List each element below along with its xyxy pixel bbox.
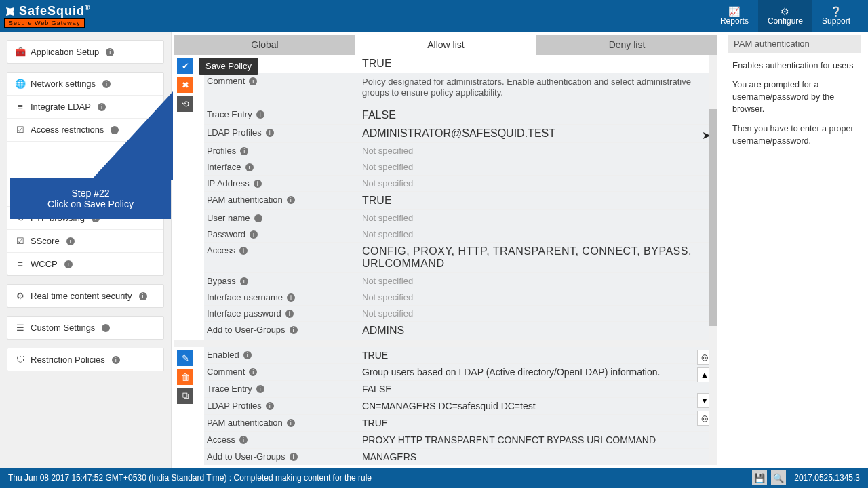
info-icon: i bbox=[102, 80, 111, 88]
info-icon[interactable]: i bbox=[266, 129, 274, 137]
comment-label: Comment bbox=[207, 76, 245, 86]
interface-value[interactable]: Not specified bbox=[357, 159, 717, 175]
search-icon[interactable]: 🔍 bbox=[771, 470, 786, 485]
password-value[interactable]: Not specified bbox=[357, 226, 717, 242]
policy2-actions: ✎ 🗑 ⧉ bbox=[177, 350, 193, 404]
username-value[interactable]: Not specified bbox=[357, 210, 717, 226]
revert-policy-button[interactable]: ⟲ bbox=[177, 96, 193, 112]
bypass-label: Bypass bbox=[207, 276, 236, 286]
info-icon[interactable]: i bbox=[239, 436, 248, 444]
info-icon[interactable]: i bbox=[239, 247, 248, 255]
save-policy-button[interactable]: ✔ bbox=[177, 58, 193, 74]
info-icon[interactable]: i bbox=[256, 110, 264, 119]
globe-icon: 🌐 bbox=[16, 79, 25, 89]
sidebar-item-sscore[interactable]: ☑SScorei bbox=[7, 230, 163, 253]
scrollbar-thumb[interactable] bbox=[709, 109, 717, 326]
top-nav: 📈 Reports ⚙ Configure ❔ Support bbox=[711, 0, 860, 32]
sidebar-item-custom[interactable]: ☰Custom Settingsi bbox=[7, 317, 163, 339]
access-label: Access bbox=[207, 245, 235, 256]
access-value[interactable]: CONFIG, PROXY, HTTP, TRANSPARENT, CONNEC… bbox=[357, 243, 717, 272]
delete-policy-button[interactable]: 🗑 bbox=[177, 369, 193, 385]
topbar: SafeSquid® Secure Web Gateway 📈 Reports … bbox=[0, 0, 868, 32]
add-groups-value[interactable]: ADMINS bbox=[357, 322, 717, 340]
info-icon[interactable]: i bbox=[249, 368, 257, 376]
tab-global[interactable]: Global bbox=[174, 35, 355, 55]
access-label: Access bbox=[207, 434, 235, 445]
comment-label: Comment bbox=[207, 367, 245, 377]
clone-policy-button[interactable]: ⧉ bbox=[177, 388, 193, 404]
status-bar: Thu Jun 08 2017 15:47:52 GMT+0530 (India… bbox=[0, 468, 868, 488]
main-area: 🧰 Application Setup i 🌐Network settingsi… bbox=[0, 32, 868, 468]
info-icon[interactable]: i bbox=[256, 385, 264, 393]
logo-icon bbox=[4, 5, 16, 18]
info-icon[interactable]: i bbox=[290, 326, 298, 334]
policy-scroll[interactable]: ✔ ✖ ⟲ Save Policy TRUE CommentiPolicy de… bbox=[174, 55, 717, 465]
info-icon[interactable]: i bbox=[254, 214, 262, 222]
info-icon[interactable]: i bbox=[266, 402, 274, 410]
enabled-value[interactable]: TRUE bbox=[357, 55, 717, 73]
info-icon: i bbox=[139, 292, 147, 300]
info-icon: i bbox=[112, 356, 120, 364]
ldap-profiles-label: LDAP Profiles bbox=[207, 127, 262, 138]
info-icon[interactable]: i bbox=[287, 196, 295, 204]
nav-reports[interactable]: 📈 Reports bbox=[711, 0, 758, 32]
info-icon[interactable]: i bbox=[250, 230, 258, 239]
trace-label: Trace Entry bbox=[207, 109, 252, 119]
profiles-value[interactable]: Not specified bbox=[357, 143, 717, 159]
pam-label: PAM authentication bbox=[207, 418, 283, 428]
info-icon[interactable]: i bbox=[290, 453, 298, 461]
info-icon: i bbox=[66, 237, 75, 245]
info-icon[interactable]: i bbox=[287, 419, 295, 427]
info-icon: i bbox=[64, 260, 73, 268]
bypass-value[interactable]: Not specified bbox=[357, 273, 717, 289]
enabled-label: Enabled bbox=[207, 350, 239, 360]
help-icon: ❔ bbox=[830, 7, 842, 16]
ip-value[interactable]: Not specified bbox=[357, 176, 717, 191]
sidebar-item-realtime[interactable]: ⚙Real time content securityi bbox=[7, 285, 163, 307]
tutorial-callout: Step #22 Click on Save Policy bbox=[10, 178, 171, 219]
edit-policy-button[interactable]: ✎ bbox=[177, 350, 193, 366]
iface-user-value[interactable]: Not specified bbox=[357, 289, 717, 305]
status-text: Thu Jun 08 2017 15:47:52 GMT+0530 (India… bbox=[8, 473, 372, 483]
callout-text: Click on Save Policy bbox=[47, 199, 134, 209]
add-groups-label: Add to User-Groups bbox=[207, 451, 285, 462]
p2-ldap: CN=MANAGERS DC=safesquid DC=test bbox=[357, 398, 717, 414]
save-icon[interactable]: 💾 bbox=[752, 470, 767, 485]
info-icon[interactable]: i bbox=[245, 163, 254, 171]
info-icon[interactable]: i bbox=[285, 310, 294, 318]
sliders-icon: ☰ bbox=[16, 323, 25, 333]
info-icon[interactable]: i bbox=[287, 293, 295, 302]
trace-label: Trace Entry bbox=[207, 384, 252, 394]
tab-allow-list[interactable]: Allow list bbox=[355, 35, 536, 55]
center-panel: Global Allow list Deny list ✔ ✖ ⟲ Save P… bbox=[174, 35, 717, 465]
iface-pass-value[interactable]: Not specified bbox=[357, 306, 717, 321]
sidebar-item-wccp[interactable]: ≡WCCPi bbox=[7, 253, 163, 275]
info-icon[interactable]: i bbox=[249, 77, 257, 85]
briefcase-icon: 🧰 bbox=[16, 47, 25, 57]
p2-comment: Group users based on LDAP (Active direct… bbox=[357, 364, 717, 380]
nav-configure[interactable]: ⚙ Configure bbox=[758, 0, 812, 32]
sidebar: 🧰 Application Setup i 🌐Network settingsi… bbox=[0, 32, 172, 468]
callout-step: Step #22 bbox=[71, 188, 109, 199]
sidebar-item-app-setup[interactable]: 🧰 Application Setup i bbox=[7, 41, 163, 63]
sidebar-item-restriction[interactable]: 🛡Restriction Policiesi bbox=[7, 348, 163, 371]
info-icon[interactable]: i bbox=[243, 351, 252, 359]
p2-trace: FALSE bbox=[357, 381, 717, 397]
info-icon[interactable]: i bbox=[254, 180, 262, 188]
trace-value[interactable]: FALSE bbox=[357, 106, 717, 124]
ldap-profiles-value[interactable]: ADMINISTRATOR@SAFESQUID.TEST➤ bbox=[357, 125, 717, 142]
tab-deny-list[interactable]: Deny list bbox=[536, 35, 717, 55]
cancel-policy-button[interactable]: ✖ bbox=[177, 77, 193, 93]
gears-icon: ⚙ bbox=[781, 7, 789, 16]
info-icon[interactable]: i bbox=[240, 147, 248, 155]
comment-value[interactable]: Policy designated for administrators. En… bbox=[362, 77, 691, 98]
info-icon[interactable]: i bbox=[240, 277, 248, 285]
policy-block-1: ✔ ✖ ⟲ Save Policy TRUE CommentiPolicy de… bbox=[174, 55, 717, 340]
callout-arrow bbox=[92, 92, 173, 180]
iface-pass-label: Interface password bbox=[207, 308, 281, 319]
nav-support[interactable]: ❔ Support bbox=[812, 0, 860, 32]
help-text-1: Enables authentication for users bbox=[732, 60, 861, 72]
p2-pam: TRUE bbox=[357, 415, 717, 431]
pam-value[interactable]: TRUE bbox=[357, 192, 717, 209]
add-groups-label: Add to User-Groups bbox=[207, 325, 285, 335]
